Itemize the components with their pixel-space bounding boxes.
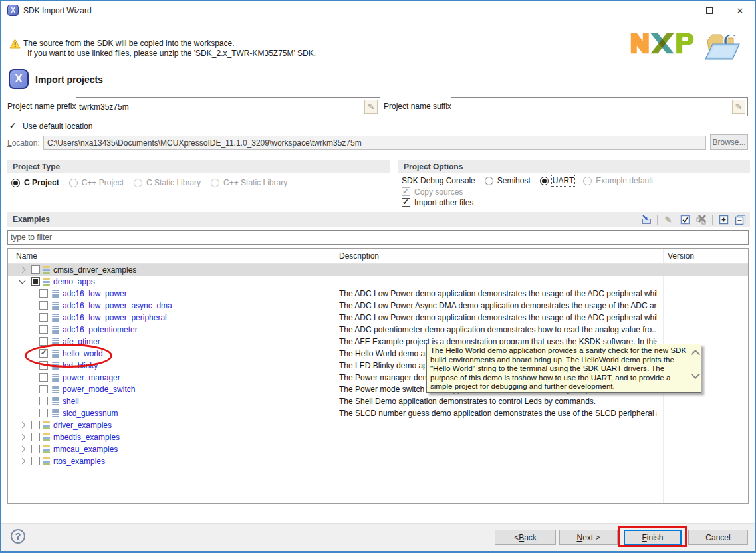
example-icon [52, 374, 59, 382]
row-checkbox[interactable] [39, 397, 48, 405]
radio-icon[interactable] [540, 177, 549, 185]
select-all-icon[interactable] [679, 213, 691, 225]
sdk-debug-console-option-uart[interactable]: UART [540, 176, 574, 185]
expand-twisty-icon[interactable] [19, 422, 26, 429]
edit-icon[interactable]: ✎ [662, 213, 674, 225]
radio-icon[interactable] [583, 177, 592, 185]
example-group-icon [43, 457, 50, 465]
radio-icon[interactable] [485, 177, 493, 185]
sdk-debug-console-option-label: UART [553, 176, 574, 185]
clear-suffix-button[interactable]: ✎ [732, 100, 745, 114]
suffix-input[interactable] [454, 98, 729, 115]
row-checkbox[interactable] [39, 337, 48, 346]
row-checkbox[interactable] [39, 361, 48, 370]
tooltip-scrollbar[interactable] [689, 344, 701, 392]
app-window-icon: X [7, 5, 19, 16]
cancel-button[interactable]: Cancel [688, 530, 748, 545]
finish-button[interactable]: Finish [624, 530, 682, 545]
hello-world-tooltip: The Hello World demo application provide… [426, 344, 701, 393]
radio-icon[interactable] [134, 179, 142, 187]
prefix-input[interactable] [79, 98, 361, 115]
scroll-up-icon[interactable] [691, 350, 700, 359]
row-checkbox[interactable] [39, 349, 48, 358]
row-label: afe_qtimer [63, 337, 100, 346]
row-checkbox[interactable] [39, 289, 48, 298]
sdk-debug-console-option-semihost[interactable]: Semihost [485, 176, 531, 185]
tree-row-adc16_low_power_peripheral[interactable]: adc16_low_power_peripheralThe ADC Low Po… [8, 312, 748, 324]
option-copy-sources[interactable]: Copy sources [402, 187, 473, 197]
row-checkbox[interactable] [31, 445, 40, 453]
tree-row-cmsis_driver_examples[interactable]: cmsis_driver_examples [8, 264, 748, 276]
row-label: mmcau_examples [53, 445, 118, 454]
title-bar[interactable]: X SDK Import Wizard ✕ [1, 1, 755, 21]
row-label: mbedtls_examples [53, 433, 120, 442]
collapse-twisty-icon[interactable] [19, 278, 26, 284]
tree-row-adc16_potentiometer[interactable]: adc16_potentiometerThe ADC potentiometer… [8, 324, 748, 336]
copy-sources-checkbox[interactable] [402, 187, 410, 196]
back-button[interactable]: < Back [495, 530, 556, 545]
tree-row-adc16_low_power[interactable]: adc16_low_powerThe ADC Low Power demo ap… [8, 288, 748, 300]
project-type-option-c-static-library[interactable]: C Static Library [134, 178, 201, 187]
expand-twisty-icon[interactable] [19, 267, 26, 273]
example-icon [52, 409, 59, 417]
project-type-option-c-project[interactable]: C Project [11, 178, 59, 187]
tree-row-driver_examples[interactable]: driver_examples [8, 419, 748, 431]
row-checkbox[interactable] [31, 277, 40, 286]
row-checkbox[interactable] [39, 385, 48, 393]
row-checkbox[interactable] [39, 313, 48, 322]
maximize-button[interactable] [698, 1, 721, 21]
project-type-option-label: C++ Static Library [223, 178, 287, 187]
row-checkbox[interactable] [31, 265, 40, 274]
row-checkbox[interactable] [31, 433, 40, 441]
tree-row-shell[interactable]: shellThe Shell Demo application demonstr… [8, 395, 748, 407]
collapse-all-icon[interactable] [734, 213, 746, 225]
row-checkbox[interactable] [31, 421, 40, 429]
scroll-down-icon[interactable] [691, 370, 700, 379]
import-other-files-checkbox[interactable] [402, 198, 410, 207]
row-checkbox[interactable] [39, 325, 48, 334]
column-header-version[interactable]: Version [668, 251, 694, 261]
project-type-option-c-static-library[interactable]: C++ Static Library [211, 178, 287, 187]
tree-row-adc16_low_power_async_dma[interactable]: adc16_low_power_async_dmaThe ADC Low Pow… [8, 300, 748, 312]
sdk-debug-console-row: SDK Debug Console SemihostUARTExample de… [402, 175, 653, 186]
close-button[interactable]: ✕ [729, 1, 751, 21]
row-description: The ADC Low Power demo application demon… [339, 313, 657, 322]
project-type-option-label: C++ Project [82, 178, 124, 187]
clear-prefix-button[interactable]: ✎ [364, 100, 378, 114]
option-import-other-files[interactable]: Import other files [402, 197, 473, 207]
expand-twisty-icon[interactable] [19, 446, 26, 453]
project-type-option-c-project[interactable]: C++ Project [69, 178, 124, 187]
radio-icon[interactable] [211, 179, 219, 187]
tree-row-mbedtls_examples[interactable]: mbedtls_examples [8, 431, 748, 443]
filter-input[interactable] [11, 231, 744, 243]
import-example-icon[interactable] [640, 213, 652, 225]
example-group-icon [43, 266, 50, 274]
radio-icon[interactable] [11, 179, 20, 187]
expand-all-icon[interactable] [717, 213, 729, 225]
row-checkbox[interactable] [39, 301, 48, 310]
tree-row-slcd_guessnum[interactable]: slcd_guessnumThe SLCD number guess demo … [8, 407, 748, 419]
help-button[interactable]: ? [11, 529, 25, 544]
example-group-icon [43, 433, 50, 441]
next-button[interactable]: Next > [559, 530, 618, 545]
column-header-name[interactable]: Name [16, 251, 37, 261]
sdk-debug-console-option-example-default[interactable]: Example default [583, 176, 653, 185]
use-default-location-checkbox[interactable] [9, 122, 17, 130]
expand-twisty-icon[interactable] [19, 458, 26, 465]
row-label: power_manager [63, 373, 120, 382]
tree-row-rtos_examples[interactable]: rtos_examples [8, 455, 748, 467]
row-checkbox[interactable] [39, 409, 48, 417]
row-checkbox[interactable] [39, 373, 48, 382]
expand-twisty-icon[interactable] [19, 434, 26, 441]
browse-button[interactable]: Browse... [710, 134, 748, 150]
row-label: driver_examples [53, 421, 112, 430]
column-header-description[interactable]: Description [339, 251, 379, 261]
row-description: The SLCD number guess demo application d… [339, 409, 657, 418]
tree-row-mmcau_examples[interactable]: mmcau_examples [8, 443, 748, 455]
window-title: SDK Import Wizard [23, 6, 92, 15]
radio-icon[interactable] [69, 179, 78, 187]
tree-row-demo_apps[interactable]: demo_apps [8, 276, 748, 288]
row-checkbox[interactable] [31, 457, 40, 465]
minimize-button[interactable] [667, 1, 690, 21]
deselect-all-icon[interactable] [695, 213, 707, 225]
